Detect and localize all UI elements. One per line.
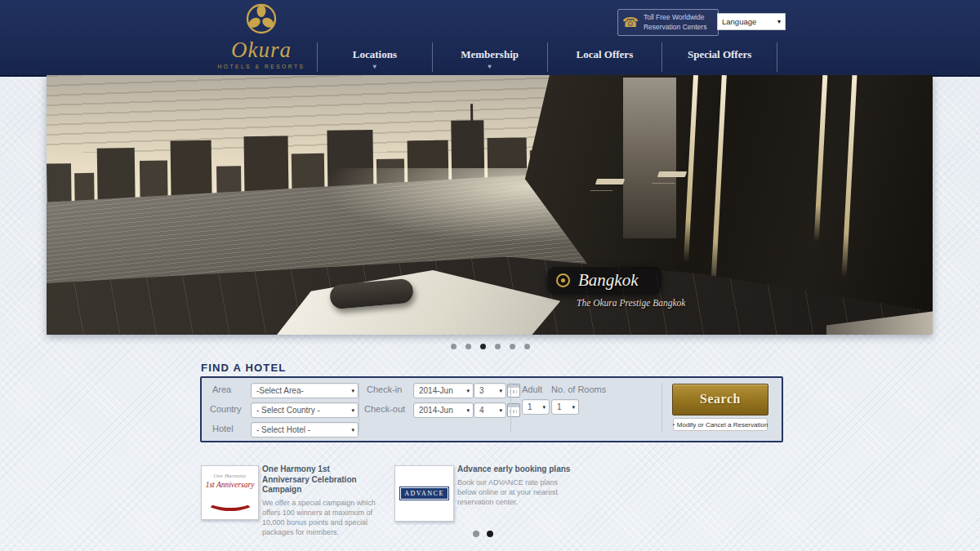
form-divider xyxy=(662,383,662,432)
carousel-dot[interactable] xyxy=(466,344,471,349)
brand-tagline: HOTELS & RESORTS xyxy=(206,64,317,69)
nav-item-label: Locations xyxy=(353,48,397,60)
dropdown-arrow-icon: ▾ xyxy=(542,404,546,411)
carousel-dot[interactable] xyxy=(495,344,501,349)
form-divider xyxy=(359,383,359,432)
promo-pager-dots xyxy=(473,531,493,537)
search-button[interactable]: Search xyxy=(672,384,768,415)
dropdown-arrow-icon: ▾ xyxy=(499,407,502,414)
dropdown-arrow-icon: ▾ xyxy=(351,427,354,433)
checkin-month-value: 2014-Jun xyxy=(419,386,453,395)
hero-location-bar: Bangkok xyxy=(547,267,661,295)
hero-city-name: Bangkok xyxy=(578,270,638,291)
carousel-dot[interactable] xyxy=(510,344,515,349)
checkin-day-value: 3 xyxy=(479,386,484,395)
find-a-hotel-heading: FIND A HOTEL xyxy=(201,362,286,374)
checkout-day-select[interactable]: 4 ▾ xyxy=(474,402,506,418)
location-marker-icon xyxy=(556,273,570,287)
hotel-select[interactable]: - Select Hotel - ▾ xyxy=(251,422,359,438)
hero-light-strip xyxy=(814,75,828,242)
checkin-label: Check-in xyxy=(367,384,402,394)
main-nav: Locations▾Membership▾Local OffersSpecial… xyxy=(317,42,777,72)
promo-card-one-harmony[interactable]: One Harmony 1st Anniversary Celebration … xyxy=(262,464,378,537)
dropdown-arrow-icon: ▾ xyxy=(351,407,354,414)
okura-emblem-icon xyxy=(206,2,317,38)
checkout-month-value: 2014-Jun xyxy=(419,406,453,415)
country-select[interactable]: - Select Country - ▾ xyxy=(251,402,359,418)
area-select-value: -Select Area- xyxy=(256,386,304,395)
promo-pager-dot[interactable] xyxy=(473,531,479,537)
bullet-icon: ▪ xyxy=(673,422,675,427)
nav-dropdown-arrow-icon: ▾ xyxy=(433,64,547,70)
adult-select[interactable]: 1 ▾ xyxy=(522,399,550,415)
rooms-select[interactable]: 1 ▾ xyxy=(551,399,579,415)
hero-carousel-slide: Bangkok The Okura Prestige Bangkok xyxy=(47,75,933,335)
dropdown-arrow-icon: ▾ xyxy=(572,404,575,411)
checkout-day-value: 4 xyxy=(479,406,484,415)
checkout-label: Check-out xyxy=(364,404,405,414)
modify-reservation-label: Modify or Cancel a Reservation xyxy=(677,421,768,429)
carousel-dot[interactable] xyxy=(451,344,457,349)
hotel-label: Hotel xyxy=(212,424,234,433)
checkin-month-select[interactable]: 2014-Jun ▾ xyxy=(413,383,474,398)
hero-carousel-dots xyxy=(0,344,980,349)
dropdown-arrow-icon: ▾ xyxy=(499,388,502,394)
hero-light-strip xyxy=(842,75,858,278)
area-label: Area xyxy=(212,384,231,394)
dropdown-arrow-icon: ▾ xyxy=(466,407,470,414)
dropdown-arrow-icon: ▾ xyxy=(466,388,470,394)
promo-thumbnail-advance[interactable]: ADVANCE xyxy=(394,465,454,522)
nav-item-special-offers[interactable]: Special Offers xyxy=(662,42,777,72)
hotel-select-value: - Select Hotel - xyxy=(256,425,310,434)
hero-light-strip xyxy=(684,75,698,262)
checkin-calendar-icon[interactable] xyxy=(507,384,520,398)
nav-item-local-offers[interactable]: Local Offers xyxy=(547,42,662,72)
promo-thumbnail-one-harmony[interactable]: One Harmony 1st Anniversary xyxy=(201,465,259,520)
dropdown-arrow-icon: ▾ xyxy=(351,388,354,394)
advance-logo: ADVANCE xyxy=(399,487,449,500)
hotel-search-form: Area -Select Area- ▾ Country - Select Co… xyxy=(200,376,783,442)
promo-thumb-line1: One Harmony xyxy=(202,473,258,479)
hero-lounge-chair xyxy=(657,171,687,177)
checkout-month-select[interactable]: 2014-Jun ▾ xyxy=(413,402,474,418)
nav-item-label: Membership xyxy=(461,48,519,60)
promo-thumb-line2: 1st Anniversary xyxy=(202,481,258,489)
nav-item-label: Special Offers xyxy=(688,48,751,60)
brand-name: Okura xyxy=(206,38,317,61)
nav-dropdown-arrow-icon: ▾ xyxy=(318,64,432,70)
carousel-dot[interactable] xyxy=(480,344,486,349)
rooms-select-value: 1 xyxy=(557,402,562,411)
promo-title: Advance early booking plans xyxy=(457,464,573,475)
checkout-calendar-icon[interactable] xyxy=(507,403,520,417)
carousel-dot[interactable] xyxy=(524,344,530,349)
brand-logo[interactable]: Okura HOTELS & RESORTS xyxy=(206,2,317,69)
country-select-value: - Select Country - xyxy=(256,406,320,415)
toll-free-button[interactable]: ☎ Toll Free Worldwide Reservation Center… xyxy=(617,9,719,36)
modify-reservation-link[interactable]: ▪ Modify or Cancel a Reservation xyxy=(673,418,768,431)
hero-light-strip xyxy=(711,75,728,288)
hero-lounge-chair xyxy=(595,179,625,184)
page: Okura HOTELS & RESORTS ☎ Toll Free World… xyxy=(0,0,980,551)
promo-body: Book our ADVANCE rate plans below online… xyxy=(457,478,573,507)
ribbon-graphic xyxy=(207,493,254,511)
nav-item-label: Local Offers xyxy=(577,48,634,60)
site-header: Okura HOTELS & RESORTS ☎ Toll Free World… xyxy=(0,0,980,77)
dropdown-arrow-icon: ▾ xyxy=(777,18,781,25)
toll-free-label: Toll Free Worldwide Reservation Centers xyxy=(644,13,706,31)
adult-select-value: 1 xyxy=(528,402,532,411)
promo-pager-dot[interactable] xyxy=(487,531,493,537)
hero-building-opening xyxy=(623,78,676,238)
language-select-value: Language xyxy=(722,17,756,26)
country-label: Country xyxy=(210,404,242,414)
rooms-label: No. of Rooms xyxy=(551,384,606,394)
language-select[interactable]: Language ▾ xyxy=(717,13,786,30)
form-divider xyxy=(510,383,511,432)
nav-item-membership[interactable]: Membership▾ xyxy=(432,42,547,72)
hero-location-badge: Bangkok The Okura Prestige Bangkok xyxy=(547,267,685,308)
promo-title: One Harmony 1st Anniversary Celebration … xyxy=(262,464,378,495)
promo-card-advance[interactable]: Advance early booking plans Book our ADV… xyxy=(457,464,573,507)
adult-label: Adult xyxy=(522,384,542,394)
nav-item-locations[interactable]: Locations▾ xyxy=(317,42,432,72)
area-select[interactable]: -Select Area- ▾ xyxy=(251,383,359,398)
checkin-day-select[interactable]: 3 ▾ xyxy=(474,383,506,398)
